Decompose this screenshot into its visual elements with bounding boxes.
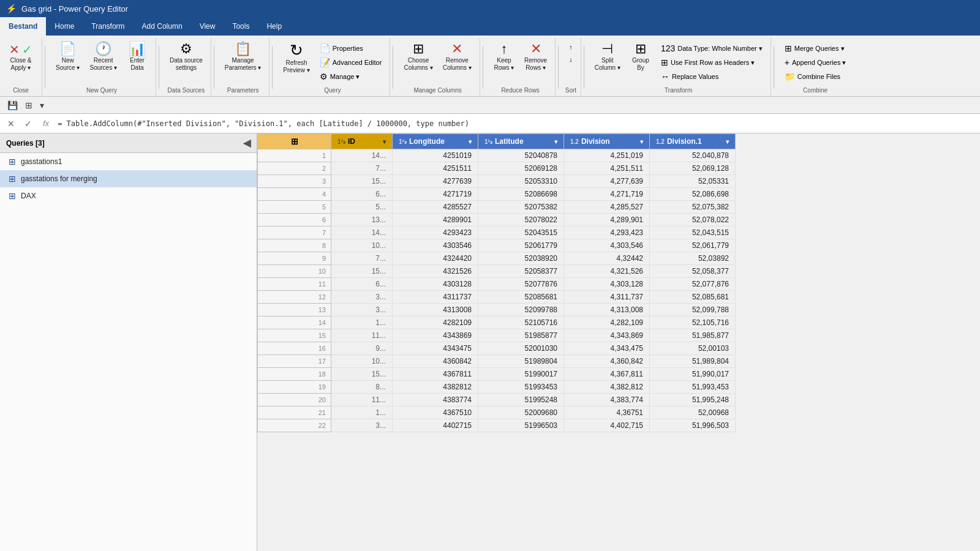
menu-transform[interactable]: Transform <box>83 17 133 36</box>
data-table-wrapper[interactable]: ⊞ 1²₃ID ▾ 1²₃Longitude ▾ <box>257 133 980 551</box>
sidebar-collapse-button[interactable]: ◀ <box>243 137 251 149</box>
keep-rows-button[interactable]: ↑ KeepRows ▾ <box>489 39 519 75</box>
table-row: 11 6... 4303128 52077876 4,303,128 52,07… <box>258 278 736 291</box>
query-item-gasstations-for-merging[interactable]: ⊞ gasstations for merging <box>0 170 257 187</box>
col-header-longitude[interactable]: 1²₃Longitude ▾ <box>393 134 478 149</box>
group-by-button[interactable]: ⊞ GroupBy <box>626 39 655 75</box>
recent-sources-button[interactable]: 🕐 RecentSources ▾ <box>85 39 121 75</box>
replace-values-button[interactable]: ↔ Replace Values <box>657 70 767 83</box>
row-num-cell: 14 <box>258 317 331 329</box>
remove-rows-button[interactable]: ✕ RemoveRows ▾ <box>520 39 551 75</box>
table-row: 6 13... 4289901 52078022 4,289,901 52,07… <box>258 214 736 227</box>
cell-division1: 52,061,779 <box>650 239 736 252</box>
remove-columns-button[interactable]: ✕ RemoveColumns ▾ <box>439 39 476 75</box>
col-header-division1[interactable]: 1.2Division.1 ▾ <box>650 134 736 149</box>
menu-help[interactable]: Help <box>258 17 290 36</box>
cell-division: 4,251,511 <box>564 162 650 175</box>
table-row: 5 5... 4285527 52075382 4,285,527 52,075… <box>258 201 736 214</box>
data-source-settings-button[interactable]: ⚙ Data sourcesettings <box>165 39 207 75</box>
append-queries-icon: + <box>785 58 790 67</box>
menu-home[interactable]: Home <box>46 17 83 36</box>
split-column-button[interactable]: ⊣ SplitColumn ▾ <box>590 39 625 75</box>
formula-input[interactable] <box>58 119 975 128</box>
data-sources-content: ⚙ Data sourcesettings <box>165 38 207 86</box>
col-header-division[interactable]: 1.2Division ▾ <box>564 134 650 149</box>
menu-bestand[interactable]: Bestand <box>0 17 46 36</box>
sort-desc-button[interactable]: ↓ <box>565 54 577 65</box>
id-col-dropdown[interactable]: ▾ <box>383 138 386 145</box>
transform-label: Transform <box>590 86 767 96</box>
manage-button[interactable]: ⚙ Manage ▾ <box>315 70 386 83</box>
data-type-icon: 123 <box>661 43 675 53</box>
longitude-col-dropdown[interactable]: ▾ <box>469 138 472 145</box>
table-body: 1 14... 4251019 52040878 4,251,019 52,04… <box>258 149 736 432</box>
grid-view-button[interactable]: ⊞ <box>23 99 35 111</box>
combine-stack: ⊞ Merge Queries ▾ + Append Queries ▾ 📁 C… <box>780 42 851 83</box>
refresh-preview-button[interactable]: ↻ RefreshPreview ▾ <box>279 39 314 77</box>
query-item-dax[interactable]: ⊞ DAX <box>0 187 257 204</box>
col-header-id[interactable]: 1²₃ID ▾ <box>331 134 393 149</box>
cell-latitude: 51985877 <box>478 329 564 342</box>
menu-tools[interactable]: Tools <box>224 17 258 36</box>
table-menu-icon[interactable]: ⊞ <box>291 137 298 146</box>
data-area: ⊞ 1²₃ID ▾ 1²₃Longitude ▾ <box>257 133 980 551</box>
enter-data-button[interactable]: 📊 EnterData <box>123 39 152 75</box>
col-header-latitude[interactable]: 1²₃Latitude ▾ <box>478 134 564 149</box>
cell-longitude: 4367811 <box>393 368 478 381</box>
dropdown-arrow[interactable]: ▾ <box>37 99 47 111</box>
division-col-dropdown[interactable]: ▾ <box>640 138 643 145</box>
cell-division1: 52,069,128 <box>650 162 736 175</box>
manage-parameters-button[interactable]: 📋 ManageParameters ▾ <box>221 39 265 75</box>
row-num-cell: 4 <box>258 188 331 201</box>
row-num-cell: 19 <box>258 381 331 394</box>
cell-division1: 51,993,453 <box>650 381 736 394</box>
cell-id: 1... <box>331 317 393 329</box>
cell-longitude: 4251019 <box>393 149 478 162</box>
combine-files-button[interactable]: 📁 Combine Files <box>780 70 851 83</box>
cell-longitude: 4321526 <box>393 265 478 278</box>
save-button[interactable]: 💾 <box>5 99 20 111</box>
cell-division: 4,360,842 <box>564 355 650 368</box>
menu-view[interactable]: View <box>191 17 224 36</box>
merge-queries-icon: ⊞ <box>785 43 792 53</box>
division1-col-dropdown[interactable]: ▾ <box>726 138 729 145</box>
choose-columns-button[interactable]: ⊞ ChooseColumns ▾ <box>399 39 437 75</box>
cell-division1: 51,989,804 <box>650 355 736 368</box>
properties-button[interactable]: 📄 Properties <box>315 42 386 55</box>
latitude-col-dropdown[interactable]: ▾ <box>554 138 557 145</box>
reduce-rows-content: ↑ KeepRows ▾ ✕ RemoveRows ▾ <box>489 38 551 86</box>
advanced-editor-button[interactable]: 📝 Advanced Editor <box>315 56 386 69</box>
ribbon-divider-2 <box>159 46 159 89</box>
cell-latitude: 51996503 <box>478 419 564 432</box>
new-source-button[interactable]: 📄 NewSource ▾ <box>51 39 84 75</box>
cell-latitude: 51993453 <box>478 381 564 394</box>
menu-add-column[interactable]: Add Column <box>134 17 191 36</box>
cell-id: 7... <box>331 162 393 175</box>
cell-longitude: 4282109 <box>393 317 478 329</box>
cell-longitude: 4289901 <box>393 214 478 227</box>
cell-longitude: 4367510 <box>393 407 478 419</box>
keep-rows-icon: ↑ <box>500 42 507 56</box>
new-query-label: New Query <box>51 86 152 96</box>
row-num-cell: 7 <box>258 227 331 239</box>
sort-content: ↑ ↓ <box>565 40 577 86</box>
cell-division: 4,251,019 <box>564 149 650 162</box>
data-type-button[interactable]: 123 Data Type: Whole Number ▾ <box>657 42 767 55</box>
query-item-gasstations1[interactable]: ⊞ gasstations1 <box>0 153 257 170</box>
first-row-headers-button[interactable]: ⊞ Use First Row as Headers ▾ <box>657 56 767 69</box>
formula-confirm-button[interactable]: ✓ <box>22 118 34 130</box>
cell-longitude: 4360842 <box>393 355 478 368</box>
cell-division: 4,282,109 <box>564 317 650 329</box>
table-header-row: ⊞ 1²₃ID ▾ 1²₃Longitude ▾ <box>258 134 736 149</box>
cell-latitude: 52105716 <box>478 317 564 329</box>
merge-queries-button[interactable]: ⊞ Merge Queries ▾ <box>780 42 851 55</box>
formula-cancel-button[interactable]: ✕ <box>5 118 17 130</box>
append-queries-button[interactable]: + Append Queries ▾ <box>780 56 851 69</box>
cell-longitude: 4311737 <box>393 291 478 304</box>
sort-asc-button[interactable]: ↑ <box>565 42 577 53</box>
close-apply-button[interactable]: ✕ ✓ Close &Apply ▾ <box>4 39 38 75</box>
table-row: 21 1... 4367510 52009680 4,36751 52,0096… <box>258 407 736 419</box>
formula-bar: ✕ ✓ fx <box>0 114 980 133</box>
query-stack: 📄 Properties 📝 Advanced Editor ⚙ Manage … <box>315 42 386 83</box>
cell-latitude: 52077876 <box>478 278 564 291</box>
